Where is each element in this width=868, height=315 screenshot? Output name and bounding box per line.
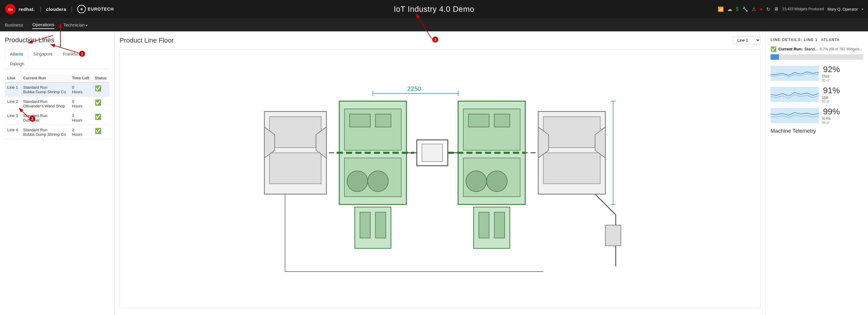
uptime-label: Upti [822, 95, 840, 100]
svg-rect-32 [543, 117, 600, 148]
table-row[interactable]: Line 3 Standard RunDuff Beer 3Hours ✅ [5, 111, 110, 125]
nav-technician[interactable]: Technician [63, 21, 88, 29]
uptime-sparkline [771, 87, 819, 102]
col-status: Status [92, 74, 110, 82]
throughput-sparkline [771, 66, 819, 81]
tab-frankfurt[interactable]: Frankfurt [58, 49, 85, 59]
tab-singapore[interactable]: Singapore [28, 49, 58, 59]
svg-rect-52 [771, 108, 819, 123]
svg-rect-29 [479, 212, 489, 238]
svg-rect-6 [270, 153, 321, 184]
svg-rect-30 [494, 212, 505, 238]
cell-line-1: Line 1 [5, 82, 21, 97]
throughput-value: 92% [822, 65, 840, 74]
right-panel: Line Details: Line 1 ATLANTA ✅ Current R… [765, 31, 868, 315]
eurotech-circle-icon: ⊕ [77, 5, 86, 13]
wrench-icon[interactable]: 🔧 [742, 6, 748, 12]
table-row[interactable]: Line 1 Standard RunBubba Gump Shrimp Co … [5, 82, 110, 97]
table-row[interactable]: Line 2 Standard RunOllivander's Wand Sho… [5, 97, 110, 111]
left-panel: Production Lines Atlanta Singapore Frank… [0, 31, 115, 315]
machine-4 [538, 111, 606, 194]
location-badge: ATLANTA [821, 38, 840, 42]
logo-divider-2: | [71, 6, 72, 13]
line-selector[interactable]: Line 1 Line 2 Line 3 Line 4 [733, 36, 761, 44]
check-icon: ✅ [771, 46, 777, 52]
nav-operations[interactable]: Operations [32, 21, 54, 29]
alert-icon[interactable]: ⚠ [752, 6, 756, 12]
svg-point-16 [368, 171, 388, 191]
wifi-icon[interactable]: 📶 [718, 6, 724, 12]
annotation-1-arrow [23, 34, 59, 46]
parts-sparkline [771, 108, 819, 123]
svg-rect-5 [270, 117, 321, 148]
run-progress-fill [771, 54, 779, 60]
cell-status-1: ✅ [92, 82, 110, 97]
uptime-chart [771, 87, 819, 102]
cloud-icon[interactable]: ☁ [727, 6, 732, 12]
svg-point-28 [487, 171, 507, 191]
alert-red-icon[interactable]: ● [760, 6, 763, 12]
cell-line-3: Line 3 [5, 111, 21, 125]
parts-value: 99% [822, 107, 840, 117]
uptime-sub: 91 of [822, 100, 840, 103]
tabs-row2: Raleigh [5, 59, 110, 69]
svg-rect-17 [360, 212, 370, 238]
cell-time-4: 2Hours [69, 125, 92, 139]
machine-3-green [458, 101, 525, 248]
top-bar: RH redhat. | cloudera | ⊕ EUROTECH IoT I… [0, 0, 868, 18]
svg-rect-26 [494, 114, 510, 127]
current-run-progress: 8.7% (68 of 782 Widgets... [820, 47, 862, 51]
parts-label: % Pa [822, 117, 840, 121]
eurotech-logo: ⊕ EUROTECH [77, 5, 114, 13]
svg-rect-13 [349, 114, 370, 127]
svg-text:RH: RH [8, 8, 13, 11]
throughput-chart [771, 66, 819, 81]
svg-point-27 [466, 171, 487, 191]
cell-run-2: Standard RunOllivander's Wand Shop [21, 97, 70, 111]
widgets-count: 23,433 Widgets Produced [782, 7, 824, 11]
cell-time-1: 0Hours [69, 82, 92, 97]
logo-divider-1: | [40, 6, 41, 13]
app-title: IoT Industry 4.0 Demo [394, 4, 474, 14]
svg-rect-51 [771, 87, 819, 102]
parts-sub: 99 of [822, 121, 840, 124]
run-progress-bar [771, 54, 863, 60]
tab-atlanta[interactable]: Atlanta [5, 49, 28, 59]
col-current-run: Current Run [21, 74, 70, 82]
top-right-area: 📶 ☁ $ 🔧 ⚠ ● ↻ 🖥 23,433 Widgets Produced … [718, 6, 863, 12]
current-run-label: Current Run: [778, 47, 803, 51]
monitor-icon[interactable]: 🖥 [774, 6, 779, 12]
cell-run-1: Standard RunBubba Gump Shrimp Co [21, 82, 70, 97]
floor-svg: 2250 [120, 50, 760, 308]
user-chevron-icon[interactable]: ▾ [862, 7, 863, 11]
current-run-name: Stand... [804, 47, 818, 51]
cell-status-4: ✅ [92, 125, 110, 139]
svg-rect-49 [606, 225, 621, 246]
metric-row-parts: 99% % Pa 99 of [771, 107, 863, 124]
machine-telemetry-title: Machine Telemetry [771, 128, 863, 134]
metric-row-throughput: 92% Thro 92 of [771, 65, 863, 82]
redhat-logo-icon: RH [5, 4, 16, 14]
tab-raleigh[interactable]: Raleigh [5, 59, 29, 69]
cell-status-3: ✅ [92, 111, 110, 125]
logo-area: RH redhat. | cloudera | ⊕ EUROTECH [5, 4, 114, 14]
eurotech-label: EUROTECH [88, 7, 114, 11]
nav-business[interactable]: Business [5, 21, 23, 29]
location-tabs: Atlanta Singapore Frankfurt Raleigh [5, 49, 110, 69]
line-details-title: Line Details: Line 1 ATLANTA [771, 36, 863, 42]
cell-status-2: ✅ [92, 97, 110, 111]
throughput-label: Thro [822, 74, 840, 78]
dollar-icon[interactable]: $ [736, 6, 739, 12]
secondary-nav: Business Operations Technician [0, 18, 868, 31]
user-menu[interactable]: Mary Q. Operator [828, 7, 858, 11]
floor-header: Product Line Floor Line 1 Line 2 Line 3 … [120, 36, 761, 44]
floor-title: Product Line Floor [120, 36, 174, 44]
uptime-value-area: 91% Upti 91 of [822, 86, 840, 103]
table-row[interactable]: Line 4 Standard RunBubba Gump Shrimp Co … [5, 125, 110, 139]
svg-rect-25 [468, 114, 489, 127]
current-run-row: ✅ Current Run: Stand... 8.7% (68 of 782 … [771, 46, 863, 52]
refresh-icon[interactable]: ↻ [766, 6, 770, 12]
throughput-value-area: 92% Thro 92 of [822, 65, 840, 82]
svg-point-15 [347, 171, 368, 191]
svg-rect-18 [375, 212, 386, 238]
